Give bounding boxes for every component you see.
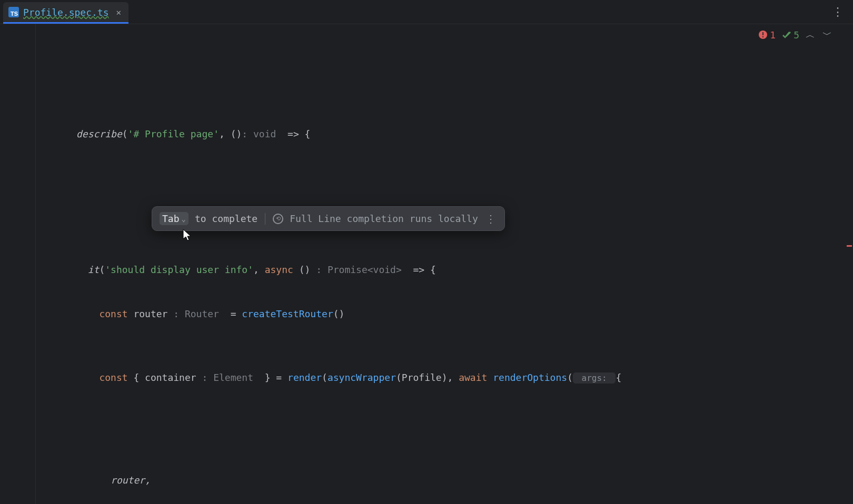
full-line-info: Full Line completion runs locally (290, 213, 478, 224)
type-hint: : Element (202, 372, 253, 383)
punct: (Profile), (396, 372, 459, 383)
punct: ( (567, 372, 573, 383)
arrow: => { (402, 264, 436, 275)
divider (265, 213, 265, 225)
punct: ( (122, 128, 128, 139)
close-tab-icon[interactable]: ✕ (116, 7, 122, 17)
code-line[interactable]: T ↑ initialState: { user: { user: null }… (36, 476, 846, 495)
prev-highlight-icon[interactable]: ︿ (805, 28, 816, 41)
next-highlight-icon[interactable]: ﹀ (821, 28, 833, 41)
ident: container (145, 372, 196, 383)
string: 'should display user info' (105, 264, 253, 275)
tab-key-badge[interactable]: Tab ⌄ (160, 212, 189, 225)
chevron-down-icon[interactable]: ⌄ (182, 215, 186, 223)
punct: { (128, 372, 145, 383)
keyword: await (459, 372, 487, 383)
code-area[interactable]: 1 5 ︿ ﹀ describe('# Profile page', (): v… (36, 24, 846, 504)
svg-rect-2 (762, 36, 763, 37)
error-stripe[interactable] (846, 24, 853, 504)
space (487, 372, 493, 383)
svg-rect-1 (762, 32, 763, 35)
typescript-icon: TS (8, 7, 19, 17)
it-call: it (88, 264, 100, 275)
keyword: async (265, 264, 293, 275)
tab-profile-spec[interactable]: TS Profile.spec.ts ✕ (3, 2, 128, 24)
gutter (0, 24, 36, 504)
error-indicator[interactable]: 1 (758, 29, 776, 41)
tab-overflow-icon[interactable]: ⋮ (822, 0, 853, 24)
punct: , (253, 264, 265, 275)
punct: } = (253, 372, 287, 383)
local-model-icon: ⟲ (273, 214, 283, 224)
fn-call: asyncWrapper (328, 372, 396, 383)
fn-call: createTestRouter (242, 308, 333, 319)
code-line[interactable]: const router : Router = createTestRouter… (36, 285, 846, 304)
punct: ( (99, 264, 105, 275)
code-line[interactable]: T ↑ router, (36, 412, 846, 431)
tab-label: Profile.spec.ts (23, 7, 109, 18)
punct: ( (322, 372, 328, 383)
punct: , (219, 128, 231, 139)
describe-call: describe (76, 128, 122, 139)
ident: router (128, 308, 168, 319)
code-line[interactable] (36, 157, 846, 177)
params: () (231, 128, 242, 139)
keyword: const (99, 308, 127, 319)
fn-call: renderOptions (493, 372, 567, 383)
ok-indicator[interactable]: 5 (781, 29, 799, 41)
punct: { (616, 372, 621, 383)
punct: () (333, 308, 345, 319)
tab-key-label: Tab (162, 213, 180, 224)
keyword: const (99, 372, 127, 383)
inspection-indicators[interactable]: 1 5 ︿ ﹀ (758, 28, 833, 41)
ok-count: 5 (794, 29, 799, 41)
run-test-icon[interactable] (36, 187, 57, 275)
param-hint: args: (573, 372, 616, 384)
string: '# Profile page' (128, 128, 219, 139)
tab-bar: TS Profile.spec.ts ✕ ⋮ (0, 0, 853, 24)
type-hint: : void (242, 128, 276, 139)
code-line[interactable]: describe('# Profile page', (): void => { (36, 105, 846, 124)
punct: = (219, 308, 242, 319)
error-marker[interactable] (847, 245, 852, 247)
editor: 1 5 ︿ ﹀ describe('# Profile page', (): v… (0, 24, 853, 504)
to-complete-label: to complete (195, 213, 257, 224)
completion-popup[interactable]: Tab ⌄ to complete ⟲ Full Line completion… (152, 206, 505, 231)
code-line[interactable]: const { container : Element } = render(a… (36, 348, 846, 368)
type-hint: : Promise<void> (316, 264, 402, 275)
type-hint: : Router (173, 308, 219, 319)
popup-menu-icon[interactable]: ⋮ (484, 213, 497, 225)
fn-call: render (287, 372, 322, 383)
params: () (293, 264, 311, 275)
error-count: 1 (770, 29, 776, 41)
arrow: => { (276, 128, 310, 139)
